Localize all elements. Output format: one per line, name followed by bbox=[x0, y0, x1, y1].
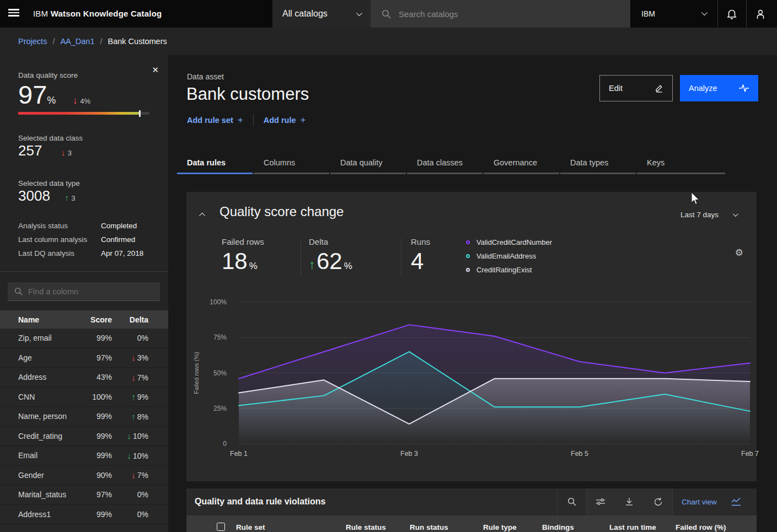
violations-column-header: Run status bbox=[410, 523, 448, 531]
chart-view-toggle[interactable]: Chart view bbox=[682, 488, 741, 515]
legend-item[interactable]: ValidEmailAddress bbox=[466, 252, 552, 260]
data-quality-sidebar: ✕ Data quality score 97% ↓ 4% Selected d… bbox=[0, 55, 168, 532]
column-name-cell: CNN bbox=[18, 393, 73, 401]
search-placeholder: Search catalogs bbox=[399, 9, 458, 19]
table-header-row: NameScoreDelta bbox=[0, 310, 168, 329]
column-score-cell: 97% bbox=[73, 490, 112, 499]
gauge-marker bbox=[139, 110, 141, 117]
edit-pencil-icon bbox=[655, 84, 663, 93]
svg-text:Feb 5: Feb 5 bbox=[571, 450, 588, 458]
legend-item[interactable]: ValidCreditCardNumber bbox=[466, 238, 552, 246]
chart-view-label: Chart view bbox=[682, 498, 717, 506]
analyze-button[interactable]: Analyze bbox=[680, 75, 758, 101]
catalog-selector[interactable]: All catalogs bbox=[272, 0, 371, 28]
column-delta-cell: ↑9% bbox=[112, 392, 148, 401]
up-arrow-icon: ↑ bbox=[309, 257, 315, 272]
column-name-cell: Gender bbox=[18, 471, 73, 480]
svg-text:Failed rows (%): Failed rows (%) bbox=[193, 352, 200, 394]
table-search-button[interactable] bbox=[558, 488, 586, 515]
quality-score-panel: Quality score change Last 7 days Failed … bbox=[186, 192, 757, 481]
table-row[interactable]: Zip, email99%0% bbox=[0, 329, 168, 348]
tab-keys[interactable]: Keys bbox=[637, 152, 725, 174]
collapse-section-button[interactable] bbox=[201, 209, 205, 219]
close-icon[interactable]: ✕ bbox=[152, 65, 159, 75]
app-brand-name: Watson Knowledge Catalog bbox=[51, 9, 162, 18]
tab-label: Keys bbox=[647, 158, 725, 167]
violations-panel: Quality and data rule violations Chart v… bbox=[186, 488, 757, 532]
tab-data-quality[interactable]: Data quality bbox=[330, 152, 406, 174]
gear-icon[interactable]: ⚙ bbox=[735, 247, 743, 259]
table-row[interactable] bbox=[0, 524, 168, 532]
table-row[interactable]: Name, person99%↑8% bbox=[0, 407, 168, 427]
table-row[interactable]: Age97%↓3% bbox=[0, 348, 168, 368]
breadcrumb-item[interactable]: Projects bbox=[18, 37, 47, 46]
table-row[interactable]: Address199%0% bbox=[0, 505, 168, 525]
tab-data-classes[interactable]: Data classes bbox=[407, 152, 483, 174]
data-class-value: 257 ↓ 3 bbox=[18, 142, 72, 159]
legend-dot bbox=[466, 268, 470, 272]
column-delta-cell: 0% bbox=[112, 510, 148, 519]
refresh-button[interactable] bbox=[644, 488, 672, 515]
notifications-button[interactable] bbox=[717, 0, 746, 28]
svg-text:Feb 1: Feb 1 bbox=[230, 450, 248, 458]
top-nav: IBM Watson Knowledge Catalog All catalog… bbox=[0, 0, 777, 28]
violations-column-header: Failed row (%) bbox=[676, 523, 726, 531]
breadcrumb-item[interactable]: AA_Dan1 bbox=[60, 37, 94, 46]
tab-label: Data classes bbox=[417, 158, 483, 167]
stat-value: 18% bbox=[222, 250, 264, 273]
asset-type-label: Data asset bbox=[187, 72, 224, 81]
global-search[interactable]: Search catalogs bbox=[371, 0, 630, 28]
breadcrumb-item: Bank Customers bbox=[108, 37, 167, 46]
edit-button[interactable]: Edit bbox=[599, 75, 673, 101]
tab-data-types[interactable]: Data types bbox=[560, 152, 636, 174]
table-row[interactable]: Email99%↓10% bbox=[0, 446, 168, 466]
column-name-cell: Marital_status bbox=[18, 490, 73, 499]
chevron-down-icon[interactable] bbox=[701, 9, 708, 15]
catalog-selector-label: All catalogs bbox=[282, 9, 328, 19]
divider bbox=[401, 239, 401, 276]
column-delta-cell: ↓3% bbox=[112, 353, 148, 362]
tab-label: Data rules bbox=[187, 158, 253, 167]
stat-unit: % bbox=[249, 261, 258, 271]
legend-item[interactable]: CreditRatingExist bbox=[466, 266, 552, 274]
svg-text:25%: 25% bbox=[213, 405, 227, 412]
account-menu-label[interactable]: IBM bbox=[641, 9, 655, 18]
time-range-selector[interactable]: Last 7 days bbox=[680, 211, 737, 219]
app-brand: IBM Watson Knowledge Catalog bbox=[33, 9, 162, 18]
table-row[interactable]: Gender90%↓7% bbox=[0, 466, 168, 486]
quality-score-gauge bbox=[18, 112, 149, 115]
add-rule-set-link[interactable]: Add rule set+ bbox=[187, 115, 243, 126]
column-score-cell: 99% bbox=[73, 510, 112, 519]
add-rule-link[interactable]: Add rule+ bbox=[264, 115, 306, 126]
filter-button[interactable] bbox=[586, 488, 615, 515]
legend-dot bbox=[466, 240, 470, 244]
stat-label: Failed rows bbox=[222, 237, 264, 246]
table-row[interactable]: CNN100%↑9% bbox=[0, 388, 168, 407]
table-row[interactable]: Credit_rating99%↓10% bbox=[0, 427, 168, 447]
table-row[interactable]: Address43%↓7% bbox=[0, 368, 168, 388]
breadcrumb-separator: / bbox=[52, 37, 55, 46]
find-column-input[interactable]: Find a colomn bbox=[8, 282, 160, 301]
table-row[interactable]: Marital_status97%0% bbox=[0, 485, 168, 505]
hamburger-menu-icon[interactable] bbox=[8, 9, 19, 18]
down-arrow-icon: ↓ bbox=[127, 431, 131, 440]
plus-icon: + bbox=[238, 115, 243, 126]
profile-button[interactable] bbox=[746, 0, 775, 28]
meta-value: Apr 07, 2018 bbox=[101, 249, 143, 257]
column-delta-cell: ↓7% bbox=[112, 470, 148, 480]
violations-column-header: Rule type bbox=[483, 523, 517, 531]
column-score-cell: 100% bbox=[73, 393, 112, 401]
quality-line-chart: 025%50%75%100%Feb 1Feb 3Feb 5Feb 7Failed… bbox=[186, 292, 757, 474]
svg-text:75%: 75% bbox=[213, 334, 227, 341]
select-all-checkbox[interactable] bbox=[217, 523, 225, 531]
stat-value: 4 bbox=[411, 250, 430, 273]
tab-label: Columns bbox=[264, 158, 329, 167]
tab-governance[interactable]: Governance bbox=[484, 152, 559, 174]
chart-title: Quality score change bbox=[219, 204, 344, 219]
down-arrow-icon: ↓ bbox=[127, 451, 131, 460]
time-range-value: Last 7 days bbox=[680, 211, 719, 219]
column-score-cell: 99% bbox=[73, 412, 112, 421]
download-button[interactable] bbox=[615, 488, 644, 515]
tab-columns[interactable]: Columns bbox=[254, 152, 329, 174]
tab-data-rules[interactable]: Data rules bbox=[177, 152, 253, 174]
